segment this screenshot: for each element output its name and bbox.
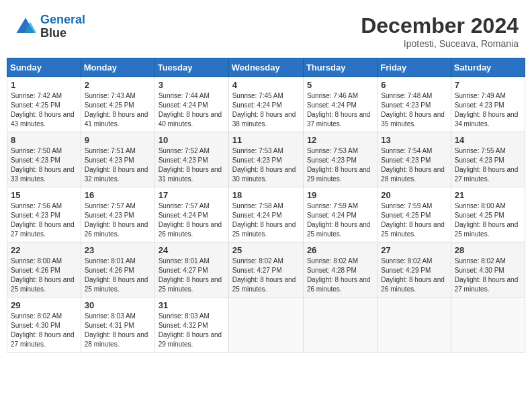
weekday-header-cell: Thursday bbox=[303, 58, 377, 77]
title-block: December 2024 Ipotesti, Suceava, Romania bbox=[361, 13, 519, 49]
weekday-header-cell: Friday bbox=[378, 58, 451, 77]
sunrise-label: Sunrise: 7:57 AM bbox=[85, 202, 136, 210]
day-info: Sunrise: 7:58 AM Sunset: 4:24 PM Dayligh… bbox=[232, 201, 300, 239]
daylight-label: Daylight: 8 hours and 27 minutes. bbox=[455, 276, 519, 293]
day-info: Sunrise: 8:00 AM Sunset: 4:25 PM Dayligh… bbox=[455, 201, 521, 239]
sunrise-label: Sunrise: 7:50 AM bbox=[11, 147, 62, 154]
daylight-label: Daylight: 8 hours and 26 minutes. bbox=[381, 276, 445, 293]
calendar-cell: 22 Sunrise: 8:00 AM Sunset: 4:26 PM Dayl… bbox=[7, 242, 81, 298]
sunrise-label: Sunrise: 7:45 AM bbox=[232, 92, 283, 99]
day-info: Sunrise: 7:55 AM Sunset: 4:23 PM Dayligh… bbox=[455, 146, 521, 184]
sunset-label: Sunset: 4:24 PM bbox=[307, 101, 357, 109]
sunset-label: Sunset: 4:31 PM bbox=[85, 322, 134, 329]
sunrise-label: Sunrise: 7:59 AM bbox=[381, 202, 432, 210]
sunset-label: Sunset: 4:27 PM bbox=[232, 267, 282, 274]
sunrise-label: Sunrise: 7:56 AM bbox=[11, 202, 62, 210]
day-number: 2 bbox=[85, 80, 151, 90]
sunrise-label: Sunrise: 7:54 AM bbox=[381, 147, 432, 154]
day-info: Sunrise: 8:02 AM Sunset: 4:29 PM Dayligh… bbox=[381, 257, 447, 294]
header: General Blue December 2024 Ipotesti, Suc… bbox=[7, 7, 525, 52]
sunset-label: Sunset: 4:26 PM bbox=[85, 267, 134, 274]
calendar-cell: 2 Sunrise: 7:43 AM Sunset: 4:25 PM Dayli… bbox=[81, 77, 154, 132]
calendar-cell: 21 Sunrise: 8:00 AM Sunset: 4:25 PM Dayl… bbox=[451, 187, 525, 242]
calendar-cell: 31 Sunrise: 8:03 AM Sunset: 4:32 PM Dayl… bbox=[154, 298, 228, 353]
weekday-header-cell: Monday bbox=[81, 58, 154, 77]
day-info: Sunrise: 8:02 AM Sunset: 4:30 PM Dayligh… bbox=[11, 312, 77, 349]
sunset-label: Sunset: 4:24 PM bbox=[232, 101, 282, 109]
sunrise-label: Sunrise: 7:49 AM bbox=[455, 92, 506, 99]
calendar-cell: 1 Sunrise: 7:42 AM Sunset: 4:25 PM Dayli… bbox=[7, 77, 81, 132]
day-info: Sunrise: 7:59 AM Sunset: 4:25 PM Dayligh… bbox=[381, 201, 447, 239]
day-number: 30 bbox=[85, 300, 151, 310]
daylight-label: Daylight: 8 hours and 38 minutes. bbox=[232, 111, 296, 128]
day-info: Sunrise: 8:01 AM Sunset: 4:27 PM Dayligh… bbox=[159, 257, 225, 294]
daylight-label: Daylight: 8 hours and 31 minutes. bbox=[159, 166, 222, 183]
logo-icon bbox=[13, 15, 38, 39]
day-info: Sunrise: 7:57 AM Sunset: 4:24 PM Dayligh… bbox=[159, 201, 225, 239]
sunrise-label: Sunrise: 7:58 AM bbox=[232, 202, 283, 210]
sunrise-label: Sunrise: 8:02 AM bbox=[455, 257, 506, 265]
sunset-label: Sunset: 4:25 PM bbox=[455, 212, 504, 219]
day-number: 31 bbox=[159, 300, 225, 310]
sunset-label: Sunset: 4:23 PM bbox=[307, 156, 357, 164]
month-title: December 2024 bbox=[361, 13, 519, 38]
daylight-label: Daylight: 8 hours and 28 minutes. bbox=[381, 166, 445, 183]
day-info: Sunrise: 7:56 AM Sunset: 4:23 PM Dayligh… bbox=[11, 201, 77, 239]
day-number: 3 bbox=[159, 80, 225, 90]
weekday-header-cell: Tuesday bbox=[154, 58, 228, 77]
day-info: Sunrise: 7:59 AM Sunset: 4:24 PM Dayligh… bbox=[307, 201, 373, 239]
day-number: 8 bbox=[11, 135, 77, 145]
calendar-cell: 18 Sunrise: 7:58 AM Sunset: 4:24 PM Dayl… bbox=[228, 187, 303, 242]
calendar-cell: 17 Sunrise: 7:57 AM Sunset: 4:24 PM Dayl… bbox=[154, 187, 228, 242]
calendar-cell: 23 Sunrise: 8:01 AM Sunset: 4:26 PM Dayl… bbox=[81, 242, 154, 298]
sunset-label: Sunset: 4:24 PM bbox=[232, 212, 282, 219]
calendar-cell: 4 Sunrise: 7:45 AM Sunset: 4:24 PM Dayli… bbox=[228, 77, 303, 132]
day-number: 7 bbox=[455, 80, 521, 90]
sunrise-label: Sunrise: 7:53 AM bbox=[232, 147, 283, 154]
day-number: 26 bbox=[307, 245, 373, 255]
sunrise-label: Sunrise: 8:01 AM bbox=[85, 257, 136, 265]
daylight-label: Daylight: 8 hours and 27 minutes. bbox=[455, 166, 519, 183]
sunrise-label: Sunrise: 8:02 AM bbox=[307, 257, 358, 265]
daylight-label: Daylight: 8 hours and 32 minutes. bbox=[85, 166, 148, 183]
calendar-cell: 27 Sunrise: 8:02 AM Sunset: 4:29 PM Dayl… bbox=[378, 242, 451, 298]
calendar-cell: 16 Sunrise: 7:57 AM Sunset: 4:23 PM Dayl… bbox=[81, 187, 154, 242]
daylight-label: Daylight: 8 hours and 25 minutes. bbox=[232, 276, 296, 293]
sunset-label: Sunset: 4:27 PM bbox=[159, 267, 208, 274]
sunset-label: Sunset: 4:23 PM bbox=[159, 156, 208, 164]
calendar-cell: 26 Sunrise: 8:02 AM Sunset: 4:28 PM Dayl… bbox=[303, 242, 377, 298]
day-info: Sunrise: 7:45 AM Sunset: 4:24 PM Dayligh… bbox=[232, 91, 300, 129]
day-number: 23 bbox=[85, 245, 151, 255]
calendar-cell: 12 Sunrise: 7:53 AM Sunset: 4:23 PM Dayl… bbox=[303, 132, 377, 187]
sunrise-label: Sunrise: 7:55 AM bbox=[455, 147, 506, 154]
day-number: 9 bbox=[85, 135, 151, 145]
sunrise-label: Sunrise: 7:57 AM bbox=[159, 202, 210, 210]
day-number: 27 bbox=[381, 245, 447, 255]
sunset-label: Sunset: 4:23 PM bbox=[455, 101, 504, 109]
calendar-cell: 28 Sunrise: 8:02 AM Sunset: 4:30 PM Dayl… bbox=[451, 242, 525, 298]
sunset-label: Sunset: 4:25 PM bbox=[381, 212, 431, 219]
day-number: 21 bbox=[455, 190, 521, 200]
calendar-cell bbox=[451, 298, 525, 353]
day-number: 25 bbox=[232, 245, 300, 255]
calendar-week-row: 1 Sunrise: 7:42 AM Sunset: 4:25 PM Dayli… bbox=[7, 77, 525, 132]
daylight-label: Daylight: 8 hours and 25 minutes. bbox=[455, 221, 519, 238]
calendar-cell: 10 Sunrise: 7:52 AM Sunset: 4:23 PM Dayl… bbox=[154, 132, 228, 187]
sunset-label: Sunset: 4:24 PM bbox=[159, 212, 208, 219]
daylight-label: Daylight: 8 hours and 26 minutes. bbox=[307, 276, 371, 293]
sunrise-label: Sunrise: 7:53 AM bbox=[307, 147, 358, 154]
calendar-cell: 3 Sunrise: 7:44 AM Sunset: 4:24 PM Dayli… bbox=[154, 77, 228, 132]
sunset-label: Sunset: 4:23 PM bbox=[455, 156, 504, 164]
day-number: 19 bbox=[307, 190, 373, 200]
sunset-label: Sunset: 4:23 PM bbox=[85, 156, 134, 164]
day-number: 1 bbox=[11, 80, 77, 90]
day-info: Sunrise: 7:51 AM Sunset: 4:23 PM Dayligh… bbox=[85, 146, 151, 184]
daylight-label: Daylight: 8 hours and 25 minutes. bbox=[232, 221, 296, 238]
daylight-label: Daylight: 8 hours and 37 minutes. bbox=[307, 111, 371, 128]
day-info: Sunrise: 7:44 AM Sunset: 4:24 PM Dayligh… bbox=[159, 91, 225, 129]
day-number: 4 bbox=[232, 80, 300, 90]
logo: General Blue bbox=[13, 13, 85, 40]
daylight-label: Daylight: 8 hours and 29 minutes. bbox=[159, 331, 222, 348]
daylight-label: Daylight: 8 hours and 34 minutes. bbox=[455, 111, 519, 128]
day-number: 12 bbox=[307, 135, 373, 145]
